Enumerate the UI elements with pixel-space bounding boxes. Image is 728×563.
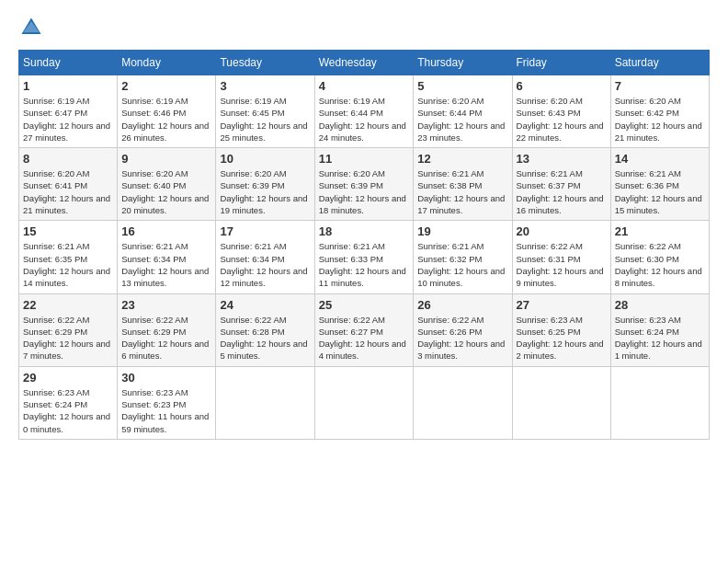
calendar-day-13: 13Sunrise: 6:21 AMSunset: 6:37 PMDayligh… <box>512 148 610 221</box>
day-detail: Sunrise: 6:20 AMSunset: 6:42 PMDaylight:… <box>615 95 705 144</box>
day-detail: Sunrise: 6:21 AMSunset: 6:32 PMDaylight:… <box>417 240 507 289</box>
calendar-table: SundayMondayTuesdayWednesdayThursdayFrid… <box>18 50 710 440</box>
empty-cell <box>314 366 414 439</box>
calendar-day-2: 2Sunrise: 6:19 AMSunset: 6:46 PMDaylight… <box>118 75 216 148</box>
day-number: 5 <box>417 79 507 93</box>
day-number: 21 <box>615 224 705 238</box>
day-detail: Sunrise: 6:23 AMSunset: 6:23 PMDaylight:… <box>121 386 211 435</box>
empty-cell <box>216 366 314 439</box>
day-detail: Sunrise: 6:20 AMSunset: 6:44 PMDaylight:… <box>417 95 507 144</box>
day-number: 8 <box>23 152 113 166</box>
day-detail: Sunrise: 6:19 AMSunset: 6:45 PMDaylight:… <box>220 95 310 144</box>
day-detail: Sunrise: 6:22 AMSunset: 6:28 PMDaylight:… <box>220 314 310 362</box>
day-number: 3 <box>220 79 310 93</box>
day-detail: Sunrise: 6:23 AMSunset: 6:24 PMDaylight:… <box>23 386 113 435</box>
empty-cell <box>414 366 512 439</box>
day-detail: Sunrise: 6:20 AMSunset: 6:41 PMDaylight:… <box>23 167 113 216</box>
logo <box>18 15 48 40</box>
calendar-day-17: 17Sunrise: 6:21 AMSunset: 6:34 PMDayligh… <box>216 221 314 293</box>
logo-icon <box>18 15 44 40</box>
day-number: 26 <box>417 298 507 312</box>
day-number: 15 <box>23 224 113 238</box>
calendar-day-3: 3Sunrise: 6:19 AMSunset: 6:45 PMDaylight… <box>216 75 314 148</box>
weekday-header-saturday: Saturday <box>610 51 709 75</box>
calendar-day-30: 30Sunrise: 6:23 AMSunset: 6:23 PMDayligh… <box>118 366 216 439</box>
empty-cell <box>512 366 610 439</box>
day-number: 9 <box>121 152 211 166</box>
day-detail: Sunrise: 6:21 AMSunset: 6:35 PMDaylight:… <box>23 240 113 289</box>
calendar-day-12: 12Sunrise: 6:21 AMSunset: 6:38 PMDayligh… <box>414 148 512 221</box>
day-number: 25 <box>319 298 410 312</box>
calendar-week-2: 8Sunrise: 6:20 AMSunset: 6:41 PMDaylight… <box>19 148 710 221</box>
day-number: 28 <box>615 298 705 312</box>
calendar-day-4: 4Sunrise: 6:19 AMSunset: 6:44 PMDaylight… <box>314 75 414 148</box>
day-number: 17 <box>220 224 310 238</box>
day-detail: Sunrise: 6:22 AMSunset: 6:30 PMDaylight:… <box>615 240 705 289</box>
day-number: 30 <box>121 371 211 385</box>
day-detail: Sunrise: 6:21 AMSunset: 6:34 PMDaylight:… <box>121 240 211 289</box>
day-detail: Sunrise: 6:22 AMSunset: 6:31 PMDaylight:… <box>517 240 607 289</box>
calendar-day-18: 18Sunrise: 6:21 AMSunset: 6:33 PMDayligh… <box>314 221 414 293</box>
day-detail: Sunrise: 6:22 AMSunset: 6:26 PMDaylight:… <box>417 314 507 362</box>
calendar-day-7: 7Sunrise: 6:20 AMSunset: 6:42 PMDaylight… <box>610 75 709 148</box>
day-number: 23 <box>121 298 211 312</box>
day-number: 20 <box>517 224 607 238</box>
day-detail: Sunrise: 6:19 AMSunset: 6:47 PMDaylight:… <box>23 95 113 144</box>
page: SundayMondayTuesdayWednesdayThursdayFrid… <box>0 0 728 449</box>
day-detail: Sunrise: 6:21 AMSunset: 6:38 PMDaylight:… <box>417 167 507 216</box>
day-detail: Sunrise: 6:21 AMSunset: 6:33 PMDaylight:… <box>319 240 410 289</box>
weekday-header-thursday: Thursday <box>414 51 512 75</box>
day-number: 29 <box>23 371 113 385</box>
svg-marker-1 <box>23 21 40 32</box>
calendar-day-25: 25Sunrise: 6:22 AMSunset: 6:27 PMDayligh… <box>314 293 414 366</box>
calendar-day-8: 8Sunrise: 6:20 AMSunset: 6:41 PMDaylight… <box>19 148 118 221</box>
calendar-week-1: 1Sunrise: 6:19 AMSunset: 6:47 PMDaylight… <box>19 75 710 148</box>
day-number: 27 <box>517 298 607 312</box>
day-detail: Sunrise: 6:23 AMSunset: 6:25 PMDaylight:… <box>517 314 607 362</box>
calendar-week-3: 15Sunrise: 6:21 AMSunset: 6:35 PMDayligh… <box>19 221 710 293</box>
day-detail: Sunrise: 6:19 AMSunset: 6:46 PMDaylight:… <box>121 95 211 144</box>
day-number: 19 <box>417 224 507 238</box>
day-number: 6 <box>517 79 607 93</box>
weekday-header-tuesday: Tuesday <box>216 51 314 75</box>
calendar-day-29: 29Sunrise: 6:23 AMSunset: 6:24 PMDayligh… <box>19 366 118 439</box>
day-detail: Sunrise: 6:20 AMSunset: 6:40 PMDaylight:… <box>121 167 211 216</box>
day-number: 13 <box>517 152 607 166</box>
day-number: 7 <box>615 79 705 93</box>
day-detail: Sunrise: 6:22 AMSunset: 6:29 PMDaylight:… <box>121 314 211 362</box>
calendar-week-4: 22Sunrise: 6:22 AMSunset: 6:29 PMDayligh… <box>19 293 710 366</box>
day-detail: Sunrise: 6:20 AMSunset: 6:39 PMDaylight:… <box>319 167 410 216</box>
day-detail: Sunrise: 6:19 AMSunset: 6:44 PMDaylight:… <box>319 95 410 144</box>
calendar-day-11: 11Sunrise: 6:20 AMSunset: 6:39 PMDayligh… <box>314 148 414 221</box>
day-number: 11 <box>319 152 410 166</box>
empty-cell <box>610 366 709 439</box>
day-number: 16 <box>121 224 211 238</box>
calendar-day-20: 20Sunrise: 6:22 AMSunset: 6:31 PMDayligh… <box>512 221 610 293</box>
weekday-header-wednesday: Wednesday <box>314 51 414 75</box>
calendar-day-19: 19Sunrise: 6:21 AMSunset: 6:32 PMDayligh… <box>414 221 512 293</box>
day-detail: Sunrise: 6:20 AMSunset: 6:43 PMDaylight:… <box>517 95 607 144</box>
calendar-day-16: 16Sunrise: 6:21 AMSunset: 6:34 PMDayligh… <box>118 221 216 293</box>
calendar-day-22: 22Sunrise: 6:22 AMSunset: 6:29 PMDayligh… <box>19 293 118 366</box>
day-detail: Sunrise: 6:20 AMSunset: 6:39 PMDaylight:… <box>220 167 310 216</box>
day-number: 14 <box>615 152 705 166</box>
weekday-header-monday: Monday <box>118 51 216 75</box>
calendar-day-28: 28Sunrise: 6:23 AMSunset: 6:24 PMDayligh… <box>610 293 709 366</box>
day-number: 12 <box>417 152 507 166</box>
weekday-header-friday: Friday <box>512 51 610 75</box>
day-number: 22 <box>23 298 113 312</box>
calendar-day-6: 6Sunrise: 6:20 AMSunset: 6:43 PMDaylight… <box>512 75 610 148</box>
day-detail: Sunrise: 6:21 AMSunset: 6:34 PMDaylight:… <box>220 240 310 289</box>
day-number: 24 <box>220 298 310 312</box>
header <box>18 15 710 40</box>
day-detail: Sunrise: 6:21 AMSunset: 6:37 PMDaylight:… <box>517 167 607 216</box>
calendar-day-10: 10Sunrise: 6:20 AMSunset: 6:39 PMDayligh… <box>216 148 314 221</box>
calendar-day-27: 27Sunrise: 6:23 AMSunset: 6:25 PMDayligh… <box>512 293 610 366</box>
calendar-day-9: 9Sunrise: 6:20 AMSunset: 6:40 PMDaylight… <box>118 148 216 221</box>
calendar-day-24: 24Sunrise: 6:22 AMSunset: 6:28 PMDayligh… <box>216 293 314 366</box>
calendar-day-23: 23Sunrise: 6:22 AMSunset: 6:29 PMDayligh… <box>118 293 216 366</box>
day-detail: Sunrise: 6:23 AMSunset: 6:24 PMDaylight:… <box>615 314 705 362</box>
calendar-day-26: 26Sunrise: 6:22 AMSunset: 6:26 PMDayligh… <box>414 293 512 366</box>
calendar-day-21: 21Sunrise: 6:22 AMSunset: 6:30 PMDayligh… <box>610 221 709 293</box>
calendar-day-14: 14Sunrise: 6:21 AMSunset: 6:36 PMDayligh… <box>610 148 709 221</box>
